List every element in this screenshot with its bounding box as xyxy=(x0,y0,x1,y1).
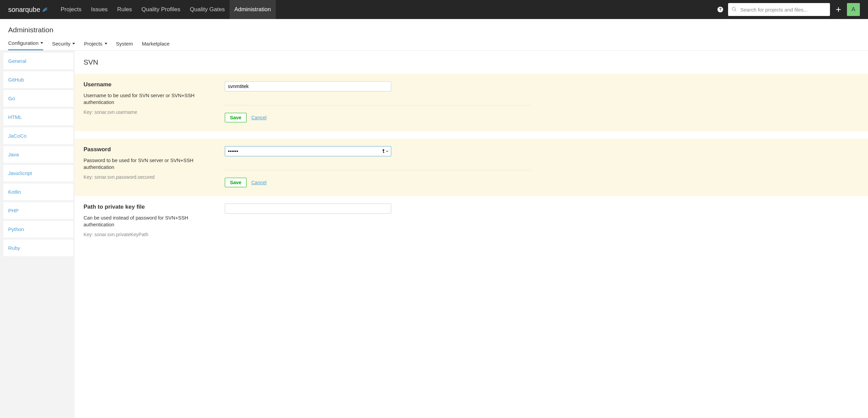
setting-desc: Password to be used for SVN server or SV… xyxy=(84,157,213,171)
sidebar-item-go[interactable]: Go xyxy=(3,90,73,107)
content-wrap: General GitHub Go HTML JaCoCo Java JavaS… xyxy=(0,51,868,418)
plus-icon[interactable] xyxy=(834,5,843,14)
svg-point-2 xyxy=(732,7,735,10)
tab-security[interactable]: Security xyxy=(52,40,75,50)
sidebar-item-ruby[interactable]: Ruby xyxy=(3,240,73,256)
cancel-link[interactable]: Cancel xyxy=(251,115,267,120)
svg-text:?: ? xyxy=(719,7,722,12)
search-icon xyxy=(731,6,737,13)
tab-configuration[interactable]: Configuration xyxy=(8,40,43,50)
private-key-path-input[interactable] xyxy=(225,204,391,214)
sidebar-item-jacoco[interactable]: JaCoCo xyxy=(3,127,73,144)
setting-key: Key: sonar.svn.privateKeyPath xyxy=(84,232,213,237)
sidebar-item-python[interactable]: Python xyxy=(3,221,73,238)
setting-key: Key: sonar.svn.username xyxy=(84,109,213,115)
page-tabs: Configuration Security Projects System M… xyxy=(8,40,860,50)
sidebar-item-kotlin[interactable]: Kotlin xyxy=(3,184,73,200)
nav-rules[interactable]: Rules xyxy=(112,0,137,19)
nav-projects[interactable]: Projects xyxy=(56,0,86,19)
setting-actions: Save Cancel xyxy=(225,105,530,122)
sidebar-item-github[interactable]: GitHub xyxy=(3,71,73,88)
sidebar-item-java[interactable]: Java xyxy=(3,146,73,163)
chevron-down-icon xyxy=(72,43,75,45)
sidebar-item-php[interactable]: PHP xyxy=(3,202,73,219)
topbar-right: ? A xyxy=(717,3,860,16)
tab-projects[interactable]: Projects xyxy=(84,40,107,50)
sidebar-item-general[interactable]: General xyxy=(3,53,73,69)
cancel-link[interactable]: Cancel xyxy=(251,180,267,185)
search-box xyxy=(728,3,830,16)
nav-quality-profiles[interactable]: Quality Profiles xyxy=(137,0,185,19)
nav-administration[interactable]: Administration xyxy=(230,0,276,19)
username-input[interactable] xyxy=(225,81,391,91)
tab-marketplace[interactable]: Marketplace xyxy=(142,40,170,50)
logo-text-2: qube xyxy=(25,6,40,14)
setting-key: Key: sonar.svn.password.secured xyxy=(84,174,213,180)
tab-system[interactable]: System xyxy=(116,40,133,50)
sidebar: General GitHub Go HTML JaCoCo Java JavaS… xyxy=(0,51,75,418)
setting-private-key-path: Path to private key file Can be used ins… xyxy=(75,196,868,246)
sidebar-item-javascript[interactable]: JavaScript xyxy=(3,165,73,181)
save-button[interactable]: Save xyxy=(225,178,247,187)
setting-name: Password xyxy=(84,146,213,153)
help-icon[interactable]: ? xyxy=(717,6,724,13)
tab-label: Security xyxy=(52,41,70,47)
setting-name: Username xyxy=(84,81,213,88)
svg-line-3 xyxy=(735,10,736,11)
setting-password: Password Password to be used for SVN ser… xyxy=(75,139,868,196)
setting-actions: Save Cancel xyxy=(225,170,530,187)
page-header: Administration Configuration Security Pr… xyxy=(0,19,868,51)
tab-label: Projects xyxy=(84,41,102,47)
setting-username: Username Username to be used for SVN ser… xyxy=(75,74,868,131)
chevron-down-icon xyxy=(105,43,107,45)
avatar[interactable]: A xyxy=(847,3,860,16)
page-title: Administration xyxy=(8,26,860,34)
svg-rect-8 xyxy=(383,152,384,153)
logo-text-1: sonar xyxy=(8,6,25,14)
tab-label: Configuration xyxy=(8,40,38,46)
spacer xyxy=(75,131,868,139)
password-input[interactable] xyxy=(225,146,391,156)
sidebar-item-html[interactable]: HTML xyxy=(3,109,73,125)
setting-name: Path to private key file xyxy=(84,204,213,210)
section-title: SVN xyxy=(75,51,868,74)
logo-swoosh-icon xyxy=(42,6,48,13)
topnav-links: Projects Issues Rules Quality Profiles Q… xyxy=(56,0,276,19)
setting-desc: Can be used instead of password for SVN+… xyxy=(84,214,213,228)
chevron-down-icon xyxy=(40,42,43,44)
nav-issues[interactable]: Issues xyxy=(86,0,112,19)
search-input[interactable] xyxy=(728,3,830,16)
save-button[interactable]: Save xyxy=(225,113,247,122)
chevron-down-icon xyxy=(386,150,388,153)
nav-quality-gates[interactable]: Quality Gates xyxy=(185,0,230,19)
key-icon[interactable] xyxy=(381,149,388,154)
setting-desc: Username to be used for SVN server or SV… xyxy=(84,92,213,106)
logo[interactable]: sonarqube xyxy=(8,6,48,14)
main: SVN Username Username to be used for SVN… xyxy=(75,51,868,418)
topbar: sonarqube Projects Issues Rules Quality … xyxy=(0,0,868,19)
